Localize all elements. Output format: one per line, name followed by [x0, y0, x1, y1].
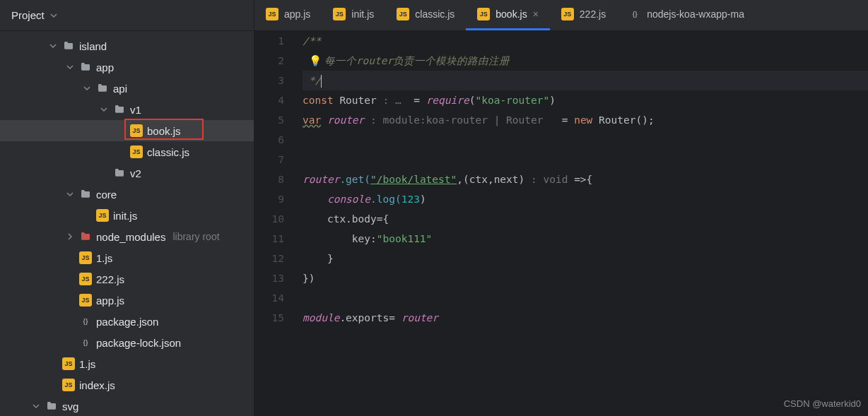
- tab-classic-js[interactable]: JS classic.js: [385, 0, 466, 30]
- code-token: =: [407, 95, 426, 106]
- tree-folder-v2[interactable]: v2: [0, 162, 254, 184]
- tab-222-js[interactable]: JS 222.js: [550, 0, 617, 30]
- tree-file-package-json[interactable]: {} package.json: [0, 311, 254, 332]
- folder-icon: [79, 61, 92, 73]
- tree-label: v2: [130, 167, 141, 179]
- tree-folder-app[interactable]: app: [0, 57, 254, 78]
- chevron-down-icon: [49, 11, 59, 20]
- line-gutter: 123 456 789 101112 131415: [254, 31, 297, 416]
- editor-tabs: JS app.js JS init.js JS classic.js JS bo…: [254, 0, 868, 31]
- tree-file-app-js[interactable]: JS app.js: [0, 290, 254, 311]
- tree-file-init-js[interactable]: JS init.js: [0, 205, 254, 226]
- inlay-hint: : …: [383, 95, 408, 106]
- folder-icon: [45, 400, 58, 412]
- code-token: =>{: [574, 174, 592, 185]
- folder-icon: [113, 167, 126, 179]
- code-token: =: [556, 114, 574, 126]
- json-icon: {}: [79, 315, 92, 328]
- tree-label: classic.js: [147, 146, 189, 158]
- tree-label: package-lock.json: [96, 337, 181, 349]
- tree-folder-api[interactable]: api: [0, 78, 254, 99]
- tree-file-1-js[interactable]: JS 1.js: [0, 247, 254, 268]
- code-token: var: [303, 114, 321, 126]
- json-icon: {}: [628, 8, 641, 20]
- lightbulb-icon[interactable]: 💡: [309, 55, 322, 66]
- js-icon: JS: [477, 8, 490, 20]
- tab-init-js[interactable]: JS init.js: [322, 0, 385, 30]
- chevron-down-icon: [99, 105, 109, 114]
- code-token: /**: [303, 35, 321, 47]
- tree-label: 1.js: [96, 252, 112, 264]
- code-token: ): [549, 95, 556, 106]
- code-token: }: [303, 253, 334, 264]
- tree-label: index.js: [79, 379, 115, 391]
- tree-folder-svg[interactable]: svg: [0, 396, 254, 416]
- folder-icon: [113, 103, 126, 116]
- code-token: ,(ctx,next): [457, 174, 531, 185]
- folder-icon: [79, 230, 92, 243]
- tree-file-222-js[interactable]: JS 222.js: [0, 268, 254, 290]
- code-token: console: [327, 194, 370, 205]
- code-token: "/book/latest": [370, 174, 457, 185]
- tab-label: book.js: [495, 8, 527, 20]
- chevron-down-icon: [82, 83, 92, 93]
- code-token: ): [420, 194, 426, 205]
- tree-folder-island[interactable]: island: [0, 35, 254, 57]
- cursor: [321, 75, 322, 88]
- tree-file-index-js[interactable]: JS index.js: [0, 374, 254, 396]
- js-icon: JS: [130, 124, 143, 137]
- close-icon[interactable]: ×: [533, 8, 539, 20]
- tree-file-root-1-js[interactable]: JS 1.js: [0, 353, 254, 374]
- tree-label: svg: [62, 400, 78, 412]
- js-icon: JS: [79, 251, 92, 264]
- tree-hint: library root: [172, 231, 219, 242]
- tree-label: package.json: [96, 316, 158, 328]
- tab-book-js[interactable]: JS book.js ×: [466, 0, 550, 30]
- tree-label: 222.js: [96, 273, 124, 285]
- js-icon: JS: [333, 8, 346, 20]
- js-icon: JS: [130, 145, 143, 158]
- code-token: "book111": [377, 233, 433, 244]
- js-icon: JS: [266, 8, 278, 20]
- tab-label: 222.js: [580, 8, 606, 20]
- chevron-right-icon: [65, 232, 75, 242]
- chevron-down-icon: [65, 62, 75, 72]
- code-token: Router();: [592, 114, 654, 126]
- tree-file-classic-js[interactable]: JS classic.js: [0, 141, 254, 162]
- tree-label: core: [96, 189, 117, 201]
- tree-file-package-lock-json[interactable]: {} package-lock.json: [0, 332, 254, 353]
- folder-icon: [62, 40, 75, 52]
- tree-label: app.js: [96, 295, 124, 307]
- code-token: .get(: [339, 174, 370, 185]
- tab-app-js[interactable]: JS app.js: [254, 0, 322, 30]
- sidebar-header[interactable]: Project: [0, 0, 254, 31]
- tree-label: init.js: [113, 210, 137, 222]
- json-icon: {}: [79, 336, 92, 349]
- tree-folder-node-modules[interactable]: node_modules library root: [0, 226, 254, 247]
- tree-folder-core[interactable]: core: [0, 184, 254, 205]
- project-tree[interactable]: island app api v1 JS book.js: [0, 31, 254, 416]
- code-token: router: [327, 114, 364, 126]
- code-content[interactable]: /** 💡每一个router负责一个模块的路由注册 */ const Route…: [297, 31, 868, 416]
- project-title: Project: [11, 9, 45, 21]
- code-token: const: [303, 95, 334, 106]
- project-sidebar: Project island app api: [0, 0, 254, 416]
- code-editor[interactable]: 123 456 789 101112 131415 /** 💡每一个router…: [254, 31, 868, 416]
- tree-folder-v1[interactable]: v1: [0, 99, 254, 120]
- chevron-down-icon: [65, 189, 75, 199]
- tree-label: api: [113, 83, 127, 95]
- tree-label: 1.js: [79, 358, 95, 370]
- js-icon: JS: [79, 273, 92, 285]
- tree-label: book.js: [147, 125, 181, 137]
- js-icon: JS: [561, 8, 574, 20]
- tab-label: init.js: [351, 8, 374, 20]
- js-icon: JS: [62, 379, 75, 391]
- tree-label: v1: [130, 104, 141, 116]
- tree-file-book-js[interactable]: JS book.js: [0, 120, 254, 141]
- tree-label: app: [96, 61, 114, 73]
- chevron-down-icon: [48, 41, 58, 51]
- code-token: router: [401, 312, 438, 323]
- tab-nodejs-koa[interactable]: {} nodejs-koa-wxapp-ma: [617, 0, 756, 30]
- js-icon: JS: [62, 357, 75, 370]
- tab-label: nodejs-koa-wxapp-ma: [647, 8, 744, 20]
